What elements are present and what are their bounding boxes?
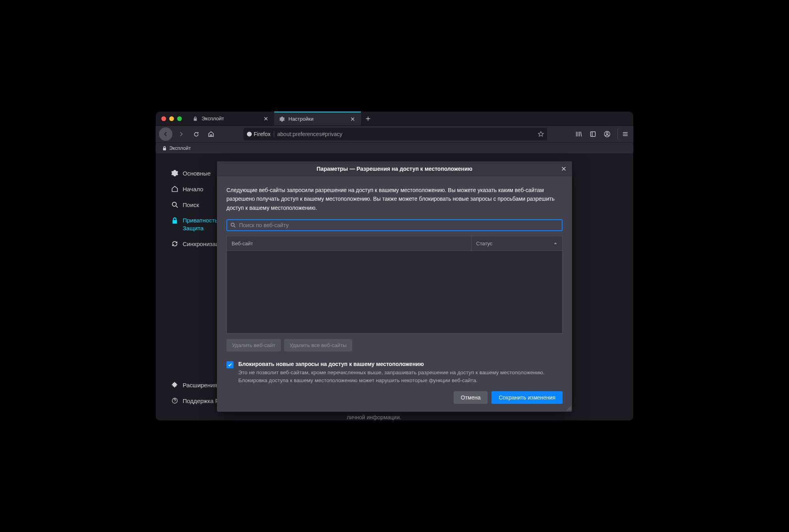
close-window-button[interactable]: [161, 116, 166, 121]
maximize-window-button[interactable]: [177, 116, 182, 121]
tab-label: Эксплойт: [202, 116, 262, 121]
dialog-overlay: Параметры — Разрешения на доступ к место…: [156, 153, 633, 420]
block-new-text: Блокировать новые запросы на доступ к ва…: [238, 361, 563, 384]
identity-box[interactable]: Firefox: [247, 131, 274, 137]
menu-button[interactable]: [617, 128, 630, 140]
block-new-label: Блокировать новые запросы на доступ к ва…: [238, 361, 563, 367]
bookmarks-bar: Эксплойт: [156, 142, 633, 153]
account-button[interactable]: [601, 128, 613, 140]
identity-label: Firefox: [254, 131, 271, 137]
cancel-button[interactable]: Отмена: [454, 391, 488, 404]
bookmark-item[interactable]: Эксплойт: [160, 144, 193, 152]
dialog-footer: Отмена Сохранить изменения: [217, 391, 572, 412]
svg-point-3: [606, 133, 608, 134]
tab-exploit[interactable]: Эксплойт: [187, 112, 274, 125]
remove-site-button[interactable]: Удалить веб-сайт: [226, 339, 281, 351]
block-new-row: Блокировать новые запросы на доступ к ва…: [226, 361, 563, 384]
svg-point-0: [247, 132, 252, 136]
tabstrip: Эксплойт Настройки: [156, 112, 633, 126]
bookmark-star-button[interactable]: [538, 131, 544, 137]
sidebar-toggle-button[interactable]: [587, 128, 599, 140]
search-icon: [230, 222, 236, 228]
remove-all-sites-button[interactable]: Удалить все веб-сайты: [284, 339, 352, 351]
reload-button[interactable]: [190, 128, 202, 140]
dialog-body: Следующие веб-сайты запросили разрешение…: [217, 176, 572, 391]
resize-handle[interactable]: [566, 405, 571, 411]
column-website[interactable]: Веб-сайт: [227, 236, 471, 250]
sort-asc-icon: [553, 241, 557, 245]
gear-icon: [279, 116, 285, 122]
tab-settings[interactable]: Настройки: [274, 112, 361, 125]
url-bar[interactable]: Firefox about:preferences#privacy: [243, 128, 547, 140]
lock-icon: [192, 116, 198, 122]
dialog-header: Параметры — Разрешения на доступ к место…: [217, 161, 572, 176]
location-permissions-dialog: Параметры — Разрешения на доступ к место…: [217, 161, 572, 412]
close-tab-button[interactable]: [349, 116, 356, 123]
bookmark-label: Эксплойт: [169, 146, 191, 151]
search-field-wrap[interactable]: [226, 219, 563, 231]
table-header: Веб-сайт Статус: [226, 236, 563, 251]
home-button[interactable]: [205, 128, 217, 140]
dialog-close-button[interactable]: [559, 164, 568, 173]
tab-label: Настройки: [288, 116, 349, 122]
minimize-window-button[interactable]: [169, 116, 174, 121]
nav-toolbar: Firefox about:preferences#privacy: [156, 126, 633, 142]
block-new-checkbox[interactable]: [226, 361, 234, 368]
table-actions: Удалить веб-сайт Удалить все веб-сайты: [226, 339, 563, 351]
dialog-title: Параметры — Разрешения на доступ к место…: [317, 166, 473, 172]
save-button[interactable]: Сохранить изменения: [492, 391, 563, 404]
svg-rect-1: [591, 132, 595, 136]
window-controls: [156, 112, 187, 125]
close-tab-button[interactable]: [262, 115, 269, 122]
lock-icon: [162, 146, 167, 151]
firefox-icon: [247, 131, 252, 137]
browser-window: Эксплойт Настройки: [156, 112, 633, 420]
search-input[interactable]: [239, 222, 559, 228]
block-new-description: Это не позволит веб-сайтам, кроме перечи…: [238, 369, 563, 384]
library-button[interactable]: [572, 128, 585, 140]
new-tab-button[interactable]: [361, 112, 375, 125]
back-button[interactable]: [159, 127, 172, 141]
permissions-table[interactable]: [226, 251, 563, 334]
toolbar-right: [572, 128, 630, 140]
tab-list: Эксплойт Настройки: [187, 112, 633, 125]
forward-button[interactable]: [175, 128, 187, 140]
dialog-description: Следующие веб-сайты запросили разрешение…: [226, 186, 563, 212]
column-status[interactable]: Статус: [471, 236, 562, 250]
url-text: about:preferences#privacy: [277, 131, 342, 137]
svg-point-6: [231, 223, 234, 226]
